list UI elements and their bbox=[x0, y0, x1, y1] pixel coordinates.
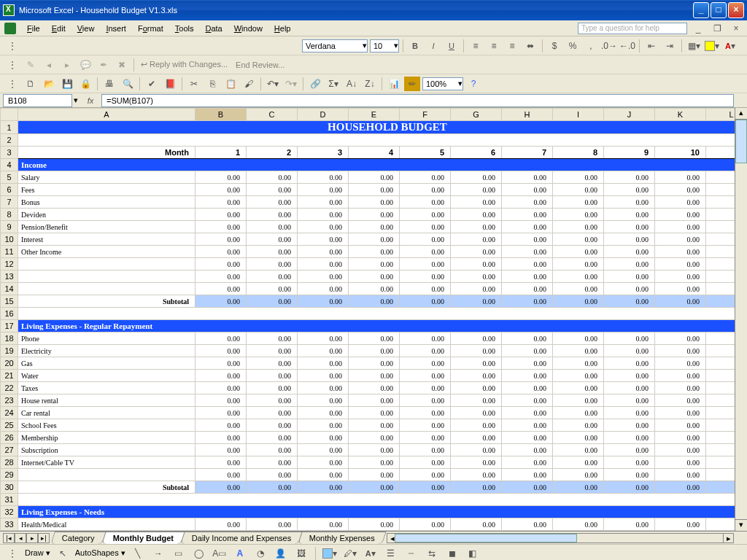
reply-changes-button[interactable]: ↩ Reply with Changes... bbox=[138, 60, 231, 69]
cell[interactable]: 0.00 bbox=[451, 233, 502, 246]
cell[interactable]: 0.00 bbox=[400, 469, 451, 481]
rectangle-button[interactable]: ▭ bbox=[171, 546, 187, 561]
cell[interactable]: 0.00 bbox=[349, 246, 400, 258]
row-label[interactable]: Interest bbox=[18, 233, 196, 246]
cell[interactable]: 0.00 bbox=[400, 233, 451, 246]
scroll-down-button[interactable]: ▾ bbox=[735, 519, 747, 531]
wordart-button[interactable]: A bbox=[232, 546, 248, 561]
cell[interactable]: 0.00 bbox=[196, 345, 247, 357]
cell[interactable]: 0.00 bbox=[604, 283, 655, 295]
font-color-draw-button[interactable]: A▾ bbox=[363, 546, 379, 561]
cell[interactable]: 0.00 bbox=[196, 283, 247, 295]
paste-button[interactable]: 📋 bbox=[222, 77, 239, 91]
delete-comment-button[interactable]: ✖ bbox=[114, 58, 130, 72]
month-num[interactable]: 5 bbox=[400, 147, 451, 159]
fx-icon[interactable]: fx bbox=[80, 96, 101, 105]
menu-edit[interactable]: Edit bbox=[47, 23, 71, 34]
col-header-J[interactable]: J bbox=[604, 109, 655, 121]
subtotal-label[interactable]: Subtotal bbox=[18, 295, 196, 308]
cell[interactable]: 0.00 bbox=[451, 531, 502, 532]
minimize-button[interactable]: _ bbox=[693, 2, 709, 18]
cell[interactable]: 0.00 bbox=[196, 481, 247, 494]
cell[interactable]: 0.00 bbox=[604, 295, 655, 308]
cell[interactable]: 0.00 bbox=[298, 196, 349, 209]
cell[interactable]: 0.00 bbox=[451, 456, 502, 469]
select-all-cell[interactable] bbox=[1, 109, 18, 121]
cell[interactable]: 0.00 bbox=[502, 196, 553, 209]
col-header-H[interactable]: H bbox=[502, 109, 553, 121]
cell[interactable]: 0.00 bbox=[298, 357, 349, 370]
picture-button[interactable]: 🖼 bbox=[293, 546, 309, 561]
row-header-34[interactable]: 34 bbox=[1, 531, 18, 532]
fill-color-draw-button[interactable]: ▾ bbox=[322, 546, 338, 561]
arrow-style-button[interactable]: ⇆ bbox=[424, 546, 440, 561]
cell[interactable]: 0.00 bbox=[604, 382, 655, 394]
cell[interactable]: 0.00 bbox=[655, 283, 706, 295]
draw-menu[interactable]: Draw ▾ bbox=[25, 548, 50, 558]
cell[interactable]: 0.00 bbox=[553, 518, 604, 531]
cell[interactable]: 0.00 bbox=[349, 345, 400, 357]
cell[interactable]: 0.00 bbox=[298, 345, 349, 357]
cell[interactable]: 0.00 bbox=[655, 382, 706, 394]
row-label[interactable]: Bonus bbox=[18, 196, 196, 209]
row-header-18[interactable]: 18 bbox=[1, 332, 18, 345]
row-label[interactable]: Electricity bbox=[18, 345, 196, 357]
cell[interactable]: 0.00 bbox=[655, 407, 706, 419]
cell[interactable]: 0.00 bbox=[298, 407, 349, 419]
cell[interactable]: 0.00 bbox=[196, 221, 247, 233]
cell[interactable]: 0.00 bbox=[400, 209, 451, 221]
cell[interactable]: 0.00 bbox=[451, 209, 502, 221]
cell[interactable]: 0.00 bbox=[400, 258, 451, 271]
menu-help[interactable]: Help bbox=[269, 23, 296, 34]
cell[interactable]: 0.00 bbox=[655, 209, 706, 221]
drawing-toggle-button[interactable]: ✏ bbox=[404, 77, 420, 91]
cell[interactable]: 0.00 bbox=[604, 394, 655, 407]
cell[interactable]: 0.00 bbox=[553, 407, 604, 419]
cell[interactable]: 0.00 bbox=[196, 233, 247, 246]
cell[interactable]: 0.00 bbox=[196, 382, 247, 394]
cell[interactable]: 0.00 bbox=[349, 184, 400, 196]
cell[interactable]: 0.00 bbox=[451, 184, 502, 196]
row-header-24[interactable]: 24 bbox=[1, 407, 18, 419]
cell[interactable]: 0.00 bbox=[349, 432, 400, 444]
cell[interactable]: 0.00 bbox=[349, 332, 400, 345]
new-comment-button[interactable]: ✎ bbox=[23, 58, 39, 72]
cell[interactable]: 0.00 bbox=[349, 209, 400, 221]
cell[interactable]: 0.00 bbox=[502, 184, 553, 196]
line-style-button[interactable]: ☰ bbox=[383, 546, 399, 561]
cell[interactable]: 0.00 bbox=[553, 184, 604, 196]
cell[interactable]: 0.00 bbox=[655, 171, 706, 184]
cell[interactable]: 0.00 bbox=[604, 258, 655, 271]
cell[interactable]: 0.00 bbox=[400, 332, 451, 345]
maximize-button[interactable]: □ bbox=[711, 2, 727, 18]
cell[interactable]: 0.00 bbox=[604, 271, 655, 283]
row-header-2[interactable]: 2 bbox=[1, 134, 18, 147]
font-size-select[interactable]: 10▾ bbox=[370, 39, 399, 52]
cell[interactable]: 0.00 bbox=[451, 345, 502, 357]
diagram-button[interactable]: ◔ bbox=[252, 546, 268, 561]
cell[interactable]: 0.00 bbox=[502, 444, 553, 456]
sort-asc-button[interactable]: A↓ bbox=[344, 77, 360, 91]
cell[interactable]: 0.00 bbox=[247, 271, 298, 283]
cell[interactable]: 0.00 bbox=[247, 456, 298, 469]
cell[interactable]: 0.00 bbox=[298, 233, 349, 246]
percent-button[interactable]: % bbox=[565, 39, 581, 53]
row-label[interactable]: School Fees bbox=[18, 419, 196, 432]
print-button[interactable]: 🖶 bbox=[101, 77, 117, 91]
month-num[interactable]: 6 bbox=[451, 147, 502, 159]
cell[interactable]: 0.00 bbox=[400, 481, 451, 494]
cell[interactable]: 0.00 bbox=[196, 271, 247, 283]
cell[interactable]: 0.00 bbox=[502, 295, 553, 308]
row-header-14[interactable]: 14 bbox=[1, 283, 18, 295]
col-header-C[interactable]: C bbox=[247, 109, 298, 121]
autosum-button[interactable]: Σ▾ bbox=[325, 77, 341, 91]
cell[interactable]: 0.00 bbox=[553, 258, 604, 271]
next-comment-button[interactable]: ▸ bbox=[59, 58, 75, 72]
cell[interactable]: 0.00 bbox=[553, 531, 604, 532]
sheet-tab[interactable]: Monthly Budget bbox=[101, 532, 185, 544]
cell[interactable]: 0.00 bbox=[553, 196, 604, 209]
cell[interactable]: 0.00 bbox=[196, 469, 247, 481]
cell[interactable]: 0.00 bbox=[502, 233, 553, 246]
end-review-button[interactable]: End Review... bbox=[233, 61, 287, 69]
cell[interactable]: 0.00 bbox=[196, 246, 247, 258]
